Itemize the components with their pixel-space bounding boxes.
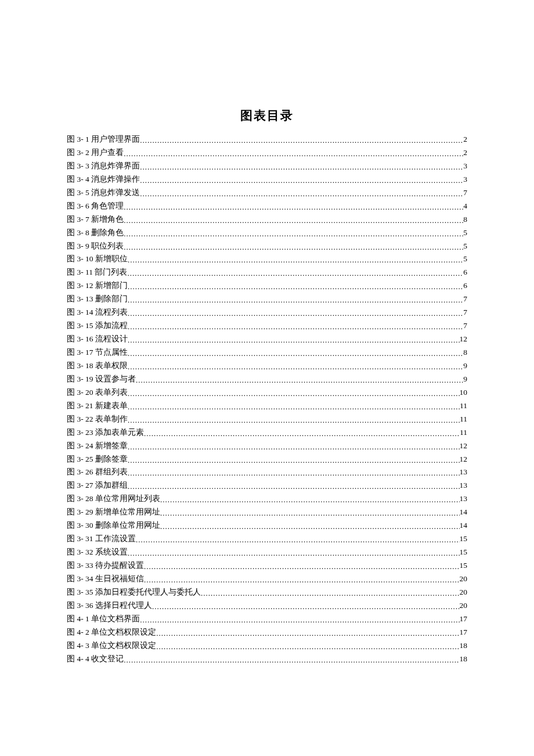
toc-leader-dots <box>136 374 463 387</box>
toc-leader-dots <box>128 294 463 307</box>
toc-entry-label: 图 3- 23 添加表单元素 <box>67 426 144 440</box>
toc-entry[interactable]: 图 3- 3 消息炸弹界面3 <box>67 160 467 173</box>
toc-entry[interactable]: 图 3- 10 新增职位5 <box>67 253 467 266</box>
toc-entry[interactable]: 图 3- 12 新增部门6 <box>67 279 467 293</box>
toc-entry-label: 图 3- 8 删除角色 <box>67 226 124 240</box>
toc-entry[interactable]: 图 4- 2 单位文档权限设定17 <box>67 626 467 639</box>
toc-entry[interactable]: 图 3- 30 删除单位常用网址14 <box>67 519 467 532</box>
toc-entry[interactable]: 图 3- 14 流程列表7 <box>67 306 467 319</box>
toc-entry[interactable]: 图 3- 6 角色管理4 <box>67 200 467 213</box>
toc-entry[interactable]: 图 3- 2 用户查看2 <box>67 146 467 160</box>
toc-entry[interactable]: 图 3- 36 选择日程代理人20 <box>67 599 467 613</box>
toc-entry[interactable]: 图 3- 25 删除签章12 <box>67 453 467 466</box>
toc-entry-page: 6 <box>463 266 467 279</box>
toc-entry[interactable]: 图 3- 26 群组列表13 <box>67 466 467 479</box>
toc-entry[interactable]: 图 3- 32 系统设置15 <box>67 546 467 559</box>
toc-leader-dots <box>128 280 463 293</box>
toc-entry[interactable]: 图 3- 7 新增角色8 <box>67 213 467 226</box>
toc-leader-dots <box>128 361 463 373</box>
toc-entry-label: 图 3- 12 新增部门 <box>67 279 128 293</box>
toc-leader-dots <box>124 241 463 254</box>
toc-entry-label: 图 3- 2 用户查看 <box>67 146 124 160</box>
toc-entry[interactable]: 图 3- 31 工作流设置15 <box>67 532 467 546</box>
toc-leader-dots <box>144 427 460 440</box>
toc-entry-label: 图 3- 31 工作流设置 <box>67 532 136 546</box>
toc-entry-page: 10 <box>460 386 468 399</box>
toc-leader-dots <box>124 214 463 227</box>
toc-entry-page: 2 <box>463 146 467 160</box>
toc-leader-dots <box>201 587 460 600</box>
toc-entry[interactable]: 图 3- 28 单位常用网址列表13 <box>67 492 467 506</box>
document-page: 图表目录 图 3- 1 用户管理界面2图 3- 2 用户查看2图 3- 3 消息… <box>0 0 534 756</box>
toc-entry-page: 18 <box>460 639 468 653</box>
toc-leader-dots <box>128 334 460 347</box>
toc-entry-page: 3 <box>463 173 467 186</box>
toc-leader-dots <box>156 640 459 653</box>
toc-entry-page: 7 <box>463 186 467 200</box>
toc-entry-label: 图 3- 28 单位常用网址列表 <box>67 492 160 506</box>
toc-leader-dots <box>128 254 463 267</box>
toc-entry-page: 4 <box>463 200 467 213</box>
toc-entry-page: 5 <box>463 253 467 266</box>
toc-entry-label: 图 3- 20 表单列表 <box>67 386 128 399</box>
toc-entry[interactable]: 图 3- 13 删除部门7 <box>67 293 467 306</box>
toc-entry-label: 图 3- 29 新增单位常用网址 <box>67 506 160 519</box>
toc-entry-label: 图 3- 22 表单制作 <box>67 413 128 426</box>
toc-entry[interactable]: 图 3- 9 职位列表5 <box>67 240 467 253</box>
toc-entry-page: 5 <box>463 240 467 253</box>
toc-entry-label: 图 3- 5 消息炸弹发送 <box>67 186 140 200</box>
toc-entry[interactable]: 图 3- 27 添加群组13 <box>67 479 467 492</box>
toc-entry[interactable]: 图 3- 16 流程设计12 <box>67 333 467 346</box>
toc-entry-page: 7 <box>463 319 467 333</box>
toc-entry-page: 7 <box>463 306 467 319</box>
toc-entry[interactable]: 图 3- 33 待办提醒设置15 <box>67 559 467 573</box>
toc-entry-label: 图 3- 35 添加日程委托代理人与委托人 <box>67 586 201 599</box>
toc-entry[interactable]: 图 3- 23 添加表单元素11 <box>67 426 467 440</box>
toc-entry-label: 图 3- 33 待办提醒设置 <box>67 559 144 573</box>
toc-entry[interactable]: 图 4- 3 单位文档权限设定18 <box>67 639 467 653</box>
toc-entry-label: 图 4- 1 单位文档界面 <box>67 613 140 626</box>
toc-entry[interactable]: 图 3- 18 表单权限9 <box>67 359 467 373</box>
toc-entry-page: 5 <box>463 226 467 240</box>
toc-entry[interactable]: 图 3- 21 新建表单11 <box>67 399 467 413</box>
toc-entry[interactable]: 图 3- 22 表单制作11 <box>67 413 467 426</box>
toc-leader-dots <box>160 520 460 533</box>
toc-entry-label: 图 3- 24 新增签章 <box>67 440 128 453</box>
toc-leader-dots <box>124 147 463 160</box>
toc-entry-page: 15 <box>460 532 468 546</box>
toc-entry[interactable]: 图 3- 4 消息炸弹操作3 <box>67 173 467 186</box>
toc-entry-label: 图 3- 10 新增职位 <box>67 253 128 266</box>
toc-leader-dots <box>124 654 459 667</box>
toc-entry[interactable]: 图 3- 1 用户管理界面2 <box>67 133 467 146</box>
toc-leader-dots <box>128 454 460 467</box>
toc-leader-dots <box>144 574 460 586</box>
toc-entry-page: 12 <box>460 440 468 453</box>
toc-entry[interactable]: 图 3- 19 设置参与者9 <box>67 373 467 386</box>
toc-leader-dots <box>128 480 460 493</box>
toc-entry[interactable]: 图 4- 4 收文登记18 <box>67 653 467 666</box>
toc-entry-label: 图 3- 4 消息炸弹操作 <box>67 173 140 186</box>
toc-entry-label: 图 3- 25 删除签章 <box>67 453 128 466</box>
toc-entry-label: 图 3- 34 生日祝福短信 <box>67 573 144 586</box>
toc-leader-dots <box>128 441 460 453</box>
toc-leader-dots <box>160 494 460 506</box>
toc-entry[interactable]: 图 3- 8 删除角色5 <box>67 226 467 240</box>
toc-leader-dots <box>156 627 459 640</box>
toc-entry[interactable]: 图 3- 24 新增签章12 <box>67 440 467 453</box>
toc-entry-label: 图 3- 26 群组列表 <box>67 466 128 479</box>
toc-entry-page: 15 <box>460 559 468 573</box>
toc-entry[interactable]: 图 3- 17 节点属性8 <box>67 346 467 359</box>
toc-entry-label: 图 3- 32 系统设置 <box>67 546 128 559</box>
toc-entry[interactable]: 图 3- 35 添加日程委托代理人与委托人20 <box>67 586 467 599</box>
toc-entry-page: 13 <box>460 492 468 506</box>
toc-entry-label: 图 3- 1 用户管理界面 <box>67 133 140 146</box>
toc-entry[interactable]: 图 3- 15 添加流程7 <box>67 319 467 333</box>
toc-entry[interactable]: 图 3- 5 消息炸弹发送7 <box>67 186 467 200</box>
toc-entry[interactable]: 图 3- 20 表单列表10 <box>67 386 467 399</box>
toc-entry-label: 图 3- 13 删除部门 <box>67 293 128 306</box>
toc-entry[interactable]: 图 3- 29 新增单位常用网址14 <box>67 506 467 519</box>
toc-entry-page: 11 <box>460 399 467 413</box>
toc-entry[interactable]: 图 3- 34 生日祝福短信20 <box>67 573 467 586</box>
toc-entry[interactable]: 图 3- 11 部门列表6 <box>67 266 467 279</box>
toc-entry[interactable]: 图 4- 1 单位文档界面17 <box>67 613 467 626</box>
